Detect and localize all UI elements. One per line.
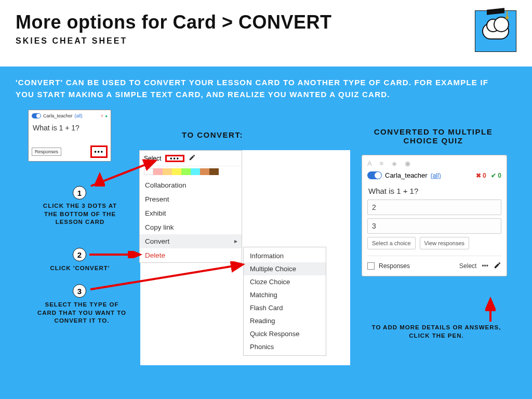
responses-button[interactable]: Responses [32, 148, 61, 156]
converted-heading: CONVERTED TO MULTIPLE CHOICE QUIZ [366, 127, 501, 145]
card-icon-row: A ≡ ◈ ◉ [367, 159, 501, 167]
three-dots-button[interactable]: ••• [90, 145, 108, 158]
choice-option-2[interactable]: 3 [367, 218, 501, 234]
converted-card: A ≡ ◈ ◉ Carla_teacher (all) ✖ 0 ✔ 0 What… [362, 155, 507, 276]
responses-label: Responses [379, 262, 410, 270]
card-question: What is 1 + 1? [32, 118, 108, 145]
menu-item-delete[interactable]: Delete [140, 248, 242, 262]
author-tag: (all) [75, 113, 83, 118]
submenu-quick-response[interactable]: Quick Response [244, 327, 326, 340]
score-counts: ✖ 0 ✔ 0 [476, 172, 501, 179]
author-name: Carla_teacher [43, 113, 73, 118]
author-name: Carla_teacher [385, 171, 428, 179]
select-label[interactable]: Select [459, 262, 476, 270]
arrow-dots-up [95, 172, 105, 188]
menu-item-exhibit[interactable]: Exhibit [140, 206, 242, 220]
pencil-icon[interactable] [494, 261, 501, 271]
brand-logo [475, 10, 516, 52]
intro-text: 'CONVERT' CAN BE USED TO CONVERT YOUR LE… [16, 77, 494, 100]
quiz-question: What is 1 + 1? [368, 187, 500, 195]
convert-submenu: Information Multiple Choice Cloze Choice… [243, 247, 326, 356]
to-convert-heading: TO CONVERT: [182, 130, 243, 139]
submenu-multiple-choice[interactable]: Multiple Choice [244, 262, 326, 275]
menu-item-copy-link[interactable]: Copy link [140, 220, 242, 234]
svg-line-2 [90, 264, 243, 289]
all-link[interactable]: (all) [431, 172, 441, 179]
three-dots-button-highlighted[interactable]: ••• [165, 155, 184, 162]
submenu-phonics[interactable]: Phonics [244, 340, 326, 353]
help-icon: ? [101, 114, 103, 118]
arrow-step-3 [88, 261, 249, 292]
pen-tip-text: TO ADD MORE DETAILS OR ANSWERS, CLICK TH… [369, 324, 504, 340]
step-1-badge: 1 [73, 186, 86, 200]
step-3-text: SELECT THE TYPE OF CARD THAT YOU WANT TO… [36, 301, 127, 325]
submenu-reading[interactable]: Reading [244, 314, 326, 327]
lesson-card: Carla_teacher (all) ? ● What is 1 + 1? R… [28, 110, 111, 162]
arrow-step-2 [88, 251, 145, 258]
submenu-matching[interactable]: Matching [244, 288, 326, 301]
page-title: More options for Card > CONVERT [16, 11, 516, 33]
responses-checkbox[interactable] [367, 262, 375, 270]
status-icon: ● [105, 114, 108, 118]
menu-item-present[interactable]: Present [140, 192, 242, 206]
three-dots-icon[interactable]: ••• [482, 262, 488, 270]
pencil-icon[interactable] [189, 154, 196, 163]
view-responses-button[interactable]: View responses [420, 237, 469, 249]
step-1-text: CLICK THE 3 DOTS AT THE BOTTOM OF THE LE… [37, 202, 123, 227]
submenu-information[interactable]: Information [244, 249, 326, 262]
select-a-choice-button[interactable]: Select a choice [367, 237, 416, 249]
page-subtitle: SKIES CHEAT SHEET [16, 36, 516, 46]
arrow-pen [485, 297, 496, 323]
step-3-badge: 3 [73, 284, 86, 298]
step-2-badge: 2 [73, 248, 86, 261]
submenu-cloze-choice[interactable]: Cloze Choice [244, 275, 326, 288]
menu-item-convert[interactable]: Convert [140, 234, 242, 248]
visibility-toggle[interactable] [367, 171, 382, 179]
choice-option-1[interactable]: 2 [367, 200, 501, 215]
submenu-flash-card[interactable]: Flash Card [244, 301, 326, 314]
visibility-toggle[interactable] [32, 113, 41, 118]
